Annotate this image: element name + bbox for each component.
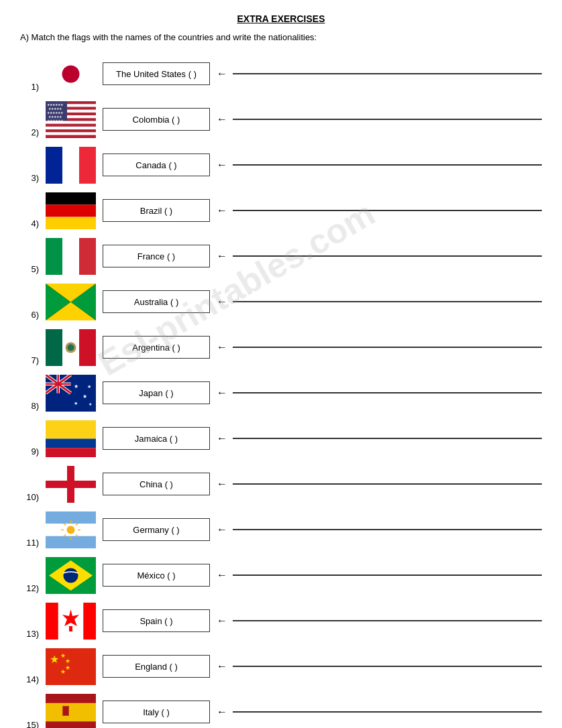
table-row: 6) Australia ( ) ← [20, 281, 542, 322]
svg-rect-50 [46, 438, 96, 448]
svg-rect-49 [46, 420, 96, 439]
arrow-icon: ← [217, 706, 227, 718]
table-row: 3) Canada ( ) ← [20, 144, 542, 186]
answer-line [233, 438, 542, 439]
svg-rect-7 [46, 126, 96, 129]
country-label: Australia ( ) [103, 290, 210, 313]
arrow-area: ← [217, 569, 542, 581]
flag-colombia [46, 420, 96, 457]
row-number: 9) [20, 446, 39, 459]
arrow-icon: ← [217, 341, 227, 353]
country-label: The United States ( ) [103, 62, 210, 85]
country-label: Brazil ( ) [103, 199, 210, 222]
svg-rect-15 [46, 147, 62, 184]
country-label: England ( ) [103, 655, 210, 678]
row-number: 7) [20, 355, 39, 368]
arrow-icon: ← [217, 68, 227, 80]
arrow-icon: ← [217, 159, 227, 171]
answer-line [233, 347, 542, 348]
svg-point-58 [67, 526, 75, 534]
table-row: 7) Argentina ( ) ← [20, 326, 542, 368]
row-number: 11) [20, 538, 39, 550]
svg-rect-82 [46, 703, 96, 721]
row-number: 5) [20, 264, 39, 277]
flag-china: ★ ★ ★ ★ ★ [46, 648, 96, 685]
table-row: 14) ★ ★ ★ ★ ★ England ( ) ← [20, 646, 542, 687]
row-number: 4) [20, 219, 39, 231]
svg-rect-17 [79, 147, 96, 184]
exercise-area: 1) The United States ( ) ← 2) [20, 53, 542, 728]
svg-point-69 [64, 568, 78, 583]
flag-japan [46, 56, 96, 93]
answer-line [233, 301, 542, 302]
arrow-icon: ← [217, 432, 227, 444]
svg-rect-29 [46, 329, 62, 366]
arrow-area: ← [217, 113, 542, 125]
country-label: China ( ) [103, 473, 210, 495]
svg-rect-74 [69, 626, 72, 631]
table-row: 1) The United States ( ) ← [20, 53, 542, 95]
table-row: 2) ★★★★★★ ★★★★★ ★★★★★★ ★★★★★ ★★★★★★ [20, 99, 542, 140]
row-number: 14) [20, 674, 39, 687]
flag-usa: ★★★★★★ ★★★★★ ★★★★★★ ★★★★★ ★★★★★★ [46, 101, 96, 138]
arrow-area: ← [217, 68, 542, 80]
flag-brazil [46, 557, 96, 594]
arrow-icon: ← [217, 250, 227, 262]
country-label: Canada ( ) [103, 154, 210, 176]
flag-spain [46, 694, 96, 729]
country-label: México ( ) [103, 564, 210, 587]
svg-text:★: ★ [60, 668, 66, 675]
arrow-area: ← [217, 341, 542, 353]
answer-line [233, 255, 542, 257]
instruction: A) Match the flags with the names of the… [20, 32, 542, 42]
table-row: 10) China ( ) ← [20, 463, 542, 505]
answer-line [233, 620, 542, 621]
arrow-area: ← [217, 478, 542, 490]
page-title: EXTRA EXERCISES [20, 13, 542, 24]
svg-rect-18 [46, 192, 96, 204]
svg-rect-51 [46, 448, 96, 457]
svg-rect-21 [46, 238, 62, 275]
arrow-area: ← [217, 250, 542, 262]
answer-line [233, 164, 542, 166]
svg-text:★★★★★★: ★★★★★★ [47, 119, 64, 123]
table-row: 13) Spain ( ) ← [20, 600, 542, 642]
answer-line [233, 529, 542, 530]
arrow-icon: ← [217, 478, 227, 490]
svg-rect-8 [46, 132, 96, 135]
row-number: 13) [20, 629, 39, 642]
svg-rect-54 [46, 481, 96, 488]
arrow-area: ← [217, 387, 542, 399]
row-number: 10) [20, 492, 39, 505]
svg-rect-22 [62, 238, 79, 275]
arrow-area: ← [217, 296, 542, 308]
arrow-area: ← [217, 159, 542, 171]
arrow-area: ← [217, 660, 542, 672]
flag-italy [46, 238, 96, 275]
country-label: Germany ( ) [103, 518, 210, 541]
row-number: 8) [20, 401, 39, 414]
svg-text:★: ★ [50, 654, 59, 665]
answer-line [233, 73, 542, 74]
arrow-icon: ← [217, 387, 227, 399]
flag-argentina [46, 511, 96, 548]
svg-text:★: ★ [87, 384, 91, 389]
flag-canada [46, 603, 96, 640]
answer-line [233, 210, 542, 211]
arrow-icon: ← [217, 660, 227, 672]
arrow-icon: ← [217, 204, 227, 217]
answer-line [233, 483, 542, 485]
arrow-area: ← [217, 706, 542, 718]
table-row: 4) Brazil ( ) ← [20, 190, 542, 231]
svg-text:★: ★ [89, 402, 92, 406]
svg-rect-31 [79, 329, 96, 366]
answer-line [233, 574, 542, 576]
arrow-icon: ← [217, 569, 227, 581]
row-number: 15) [20, 720, 39, 728]
arrow-area: ← [217, 432, 542, 444]
row-number: 3) [20, 173, 39, 186]
svg-text:★: ★ [65, 664, 70, 671]
arrow-area: ← [217, 204, 542, 217]
answer-line [233, 666, 542, 667]
arrow-icon: ← [217, 296, 227, 308]
